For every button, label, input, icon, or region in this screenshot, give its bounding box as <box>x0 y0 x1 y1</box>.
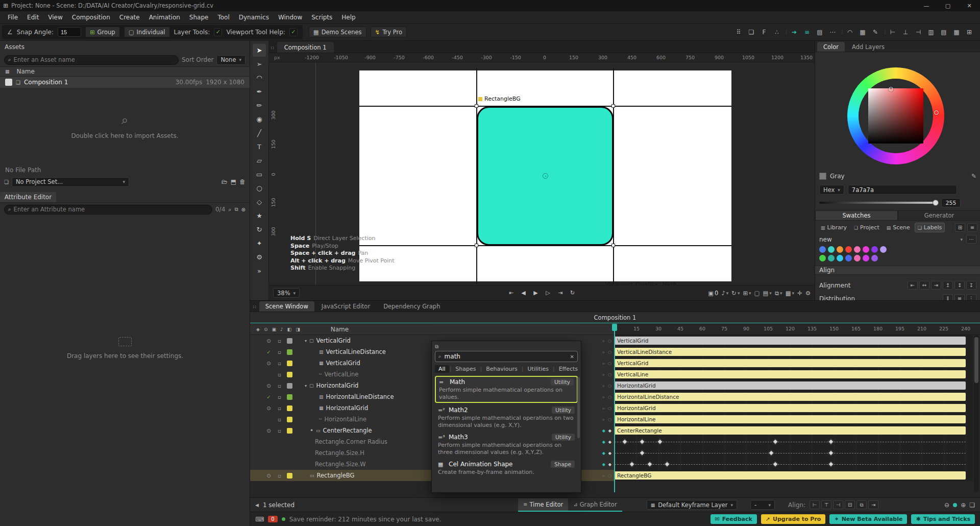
key-align-left-icon[interactable]: ⊢ <box>810 500 820 509</box>
tab-graph-editor[interactable]: ⊿ Graph Editor <box>568 498 622 511</box>
layer-duration-bar[interactable]: CenterRectangle <box>615 426 966 435</box>
render-toggle-icon[interactable]: ▫ <box>274 372 285 377</box>
keyframe-toggle-icon[interactable]: ○ <box>608 395 611 399</box>
composition-canvas[interactable]: RectangleBG Viewport Quality: High <box>359 70 731 281</box>
layer-color-chip[interactable] <box>287 473 292 479</box>
attribute-editor-tab[interactable]: Attribute Editor <box>0 192 56 202</box>
enabled-check-icon[interactable]: ✓ <box>263 394 274 400</box>
layer-row[interactable]: Rectangle.Size.W◆◆ <box>250 459 980 470</box>
play-button[interactable]: ▶ <box>531 289 541 298</box>
layer-row[interactable]: ⊙▫•▭CenterRectangle◆◆CenterRectangle <box>250 425 980 436</box>
keyframe-toggle-icon[interactable]: ○ <box>608 417 611 422</box>
hex-mode-select[interactable]: Hex ▾ <box>819 185 844 195</box>
animate-toggle-icon[interactable]: ▹ <box>603 473 605 478</box>
thumbnails-icon[interactable]: ❏ <box>746 27 757 38</box>
lock-icon[interactable]: ◈ <box>256 327 260 332</box>
keyframe-diamond-icon[interactable]: ◆ <box>602 440 605 444</box>
expand-toolstrip-icon[interactable]: » <box>253 265 266 277</box>
selection-handle[interactable] <box>611 104 615 108</box>
sort-order-select[interactable]: None ▾ <box>216 55 246 65</box>
try-pro-button[interactable]: ↯ Try Pro <box>371 27 407 37</box>
timeline-composition-header[interactable]: Composition 1 <box>250 312 980 323</box>
camera-icon[interactable]: ▣ <box>272 327 276 332</box>
color-swatch[interactable] <box>828 246 835 253</box>
visibility-eye-icon[interactable]: ⊙ <box>263 405 274 411</box>
maximize-button[interactable]: ▢ <box>937 0 959 11</box>
camera-tool[interactable]: ◉ <box>253 113 266 126</box>
render-toggle-icon[interactable]: ▫ <box>274 473 285 479</box>
rectangle-tool[interactable]: ▭ <box>253 168 266 181</box>
asset-row-composition[interactable]: ❏ Composition 1 30.00fps 1920 x 1080 <box>0 77 250 88</box>
color-swatch[interactable] <box>863 246 869 253</box>
color-swatch[interactable] <box>871 255 878 261</box>
tips-button[interactable]: ✱Tips and Tricks <box>911 514 975 524</box>
rotate-tool[interactable]: ↻ <box>253 223 266 236</box>
distribute-bars-icon[interactable]: ≡ <box>801 27 813 38</box>
menu-item-dynamics[interactable]: Dynamics <box>234 11 274 23</box>
align-left-icon[interactable]: ⊢ <box>887 27 898 38</box>
clear-icon[interactable]: ⊗ <box>241 207 246 212</box>
keyframe-diamond[interactable] <box>657 439 663 444</box>
expand-arrow-icon[interactable]: ▾ <box>305 339 307 343</box>
star-tool[interactable]: ★ <box>253 209 266 222</box>
layer-row[interactable]: ✓▫▥VerticalLineDistance▹○VerticalLineDis… <box>250 346 980 357</box>
menu-item-view[interactable]: View <box>43 11 67 23</box>
keyframe-diamond-icon[interactable]: ◆ <box>602 451 605 456</box>
menu-item-file[interactable]: File <box>3 11 22 23</box>
list-view-icon[interactable]: ≡ <box>967 223 977 232</box>
layer-color-chip[interactable] <box>287 372 292 377</box>
layer-row[interactable]: ⊙▫▦HorizontalGrid▹○HorizontalGrid <box>250 402 980 414</box>
grid-view-icon[interactable]: ⊞ <box>955 223 965 232</box>
step-back-button[interactable]: ◀ <box>519 289 529 298</box>
grid-toggle-icon[interactable]: ⊞▾ <box>743 290 751 297</box>
key-link-icon[interactable]: ⧉ <box>856 500 867 509</box>
timeline-track[interactable]: HorizontalLineDistance <box>615 391 973 402</box>
timeline-track[interactable]: VerticalGrid <box>615 357 973 369</box>
render-toggle-icon[interactable]: ▫ <box>274 338 285 344</box>
animate-toggle-icon[interactable]: ▹ <box>603 361 605 366</box>
color-swatch[interactable] <box>845 246 852 253</box>
skew-tool[interactable]: ▱ <box>253 154 266 167</box>
layer-duration-bar[interactable]: HorizontalLine <box>615 415 966 423</box>
keyframe-diamond[interactable] <box>622 439 627 444</box>
group-button[interactable]: ⊞ Group <box>85 27 120 37</box>
beta-button[interactable]: ✦New Beta Available <box>829 514 907 524</box>
step-forward-button[interactable]: ▷ <box>543 289 553 298</box>
keyframe-diamond[interactable] <box>773 439 778 444</box>
render-toggle-icon[interactable]: ▫ <box>274 394 285 400</box>
layer-row[interactable]: ▫┄HorizontalLine▹○HorizontalLine <box>250 414 980 425</box>
refresh-icon[interactable]: ↻▾ <box>731 290 740 297</box>
panel-drag-handle[interactable]: ∷ <box>253 304 256 309</box>
popup-tab-shapes[interactable]: Shapes <box>452 365 479 373</box>
tag-icon[interactable]: ◨ <box>296 327 300 332</box>
layer-color-chip[interactable] <box>287 428 292 434</box>
menu-item-composition[interactable]: Composition <box>67 11 115 23</box>
key-align-right-icon[interactable]: ⊣ <box>833 500 843 509</box>
search-attributes-icon[interactable]: ⌕ <box>228 206 231 213</box>
color-swatch[interactable] <box>854 255 861 261</box>
timeline-track[interactable] <box>615 447 973 459</box>
attribute-editor-dropzone[interactable]: Drag layers here to see their settings. <box>0 337 250 360</box>
select-tool[interactable]: ➤ <box>253 44 266 57</box>
layer-row[interactable]: ⊙▫▭RectangleBG▹○RectangleBG <box>250 470 980 481</box>
popup-scrollbar[interactable] <box>577 377 580 438</box>
color-swatch[interactable] <box>837 246 843 253</box>
zoom-in-icon[interactable]: ⊕ <box>961 501 966 509</box>
hex-input[interactable] <box>848 185 957 195</box>
open-folder-icon[interactable]: 🗁 <box>222 178 228 185</box>
align-bottom-icon[interactable]: ⊥ <box>900 27 911 38</box>
zoom-slider-dot[interactable] <box>953 503 957 507</box>
keyframe-diamond-icon[interactable]: ◆ <box>602 428 605 433</box>
demo-scenes-button[interactable]: ▦ Demo Scenes <box>309 27 366 37</box>
popup-result-math[interactable]: =MathUtilityPerform simple mathematical … <box>435 376 578 403</box>
pop-out-icon[interactable]: ⧉ <box>435 344 438 350</box>
draw-tangent-icon[interactable]: ✎ <box>870 27 881 38</box>
curve-icon[interactable]: ◠ <box>844 27 855 38</box>
list-view-icon[interactable]: ▤ <box>814 27 825 38</box>
animate-toggle-icon[interactable]: ▹ <box>603 395 605 399</box>
layer-duration-bar[interactable]: HorizontalGrid <box>615 404 966 412</box>
loop-button[interactable]: ↻ <box>568 289 578 298</box>
animate-toggle-icon[interactable]: ▹ <box>603 350 605 354</box>
render-toggle-icon[interactable]: ▫ <box>274 417 285 422</box>
layer-color-chip[interactable] <box>287 417 292 422</box>
